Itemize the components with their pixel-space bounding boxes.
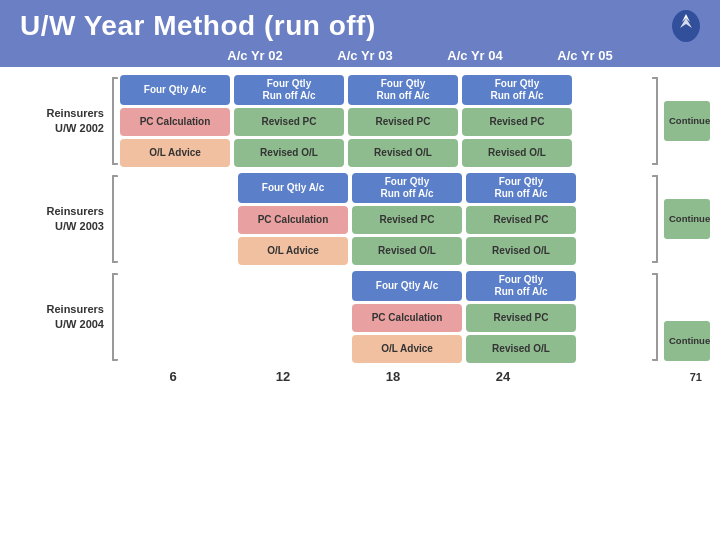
bracket-2002 [112, 77, 118, 165]
spacer-2003-2 [120, 206, 234, 234]
bracket-2003-right [652, 175, 658, 263]
number-6: 6 [118, 369, 228, 384]
cell-2002-3-3: Revised O/L [462, 139, 572, 167]
row-2002-1: Four Qtly A/c Four QtlyRun off A/c Four … [120, 75, 650, 105]
spacer-2004-2 [120, 304, 348, 332]
row-2003-1: Four Qtly A/c Four QtlyRun off A/c Four … [120, 173, 650, 203]
continue-2002: Continue [660, 75, 710, 167]
year-02: A/c Yr 02 [200, 48, 310, 63]
cell-2002-3-1: Revised O/L [234, 139, 344, 167]
continue-2004-wrap: Continue [660, 271, 710, 363]
cell-2002-3-2: Revised O/L [348, 139, 458, 167]
row-2003-3: O/L Advice Revised O/L Revised O/L [120, 237, 650, 265]
group-label-2002: ReinsurersU/W 2002 [10, 75, 110, 167]
year-05: A/c Yr 05 [530, 48, 640, 63]
cell-2003-1-3: Four QtlyRun off A/c [466, 173, 576, 203]
cell-2002-1-1: Four QtlyRun off A/c [234, 75, 344, 105]
number-18: 18 [338, 369, 448, 384]
spacer-2004-1 [120, 271, 348, 301]
group-2003: ReinsurersU/W 2003 Four Qtly A/c Four Qt… [10, 173, 710, 265]
cell-2002-3-0: O/L Advice [120, 139, 230, 167]
cell-2003-3-1: O/L Advice [238, 237, 348, 265]
spacer-2004-3 [120, 335, 348, 363]
header: U/W Year Method (run off) [0, 0, 720, 48]
rows-2004: Four Qtly A/c Four QtlyRun off A/c PC Ca… [120, 271, 650, 363]
number-24: 24 [448, 369, 558, 384]
spacer-2003-1 [120, 173, 234, 203]
logo [668, 8, 704, 44]
page-number: 71 [690, 371, 702, 383]
bracket-2004 [112, 273, 118, 361]
cell-2004-1-2: Four Qtly A/c [352, 271, 462, 301]
spacer-2003-3 [120, 237, 234, 265]
number-12: 12 [228, 369, 338, 384]
group-label-2004: ReinsurersU/W 2004 [10, 271, 110, 363]
cell-2003-1-2: Four QtlyRun off A/c [352, 173, 462, 203]
cell-2002-2-1: Revised PC [234, 108, 344, 136]
cell-2004-2-2: PC Calculation [352, 304, 462, 332]
cell-2003-1-1: Four Qtly A/c [238, 173, 348, 203]
row-2003-2: PC Calculation Revised PC Revised PC [120, 206, 650, 234]
cell-2002-2-3: Revised PC [462, 108, 572, 136]
cell-2004-1-3: Four QtlyRun off A/c [466, 271, 576, 301]
row-2002-3: O/L Advice Revised O/L Revised O/L Revis… [120, 139, 650, 167]
rows-2002: Four Qtly A/c Four QtlyRun off A/c Four … [120, 75, 650, 167]
row-2004-1: Four Qtly A/c Four QtlyRun off A/c [120, 271, 650, 301]
cell-2002-2-0: PC Calculation [120, 108, 230, 136]
year-04: A/c Yr 04 [420, 48, 530, 63]
cell-2003-2-1: PC Calculation [238, 206, 348, 234]
page: U/W Year Method (run off) A/c Yr 02 A/c … [0, 0, 720, 540]
year-03: A/c Yr 03 [310, 48, 420, 63]
row-2004-2: PC Calculation Revised PC [120, 304, 650, 332]
cell-2003-3-2: Revised O/L [352, 237, 462, 265]
rows-2003: Four Qtly A/c Four QtlyRun off A/c Four … [120, 173, 650, 265]
cell-2002-1-2: Four QtlyRun off A/c [348, 75, 458, 105]
cell-2002-1-3: Four QtlyRun off A/c [462, 75, 572, 105]
continue-2004: Continue [664, 321, 710, 361]
row-2002-2: PC Calculation Revised PC Revised PC Rev… [120, 108, 650, 136]
group-2004: ReinsurersU/W 2004 Four Qtly A/c Four Qt… [10, 271, 710, 363]
cell-2004-3-3: Revised O/L [466, 335, 576, 363]
bracket-2004-right [652, 273, 658, 361]
numbers-row: 6 12 18 24 71 [10, 369, 710, 384]
cell-2002-2-2: Revised PC [348, 108, 458, 136]
bracket-2002-right [652, 77, 658, 165]
cell-2003-2-3: Revised PC [466, 206, 576, 234]
row-2004-3: O/L Advice Revised O/L [120, 335, 650, 363]
cell-2003-2-2: Revised PC [352, 206, 462, 234]
cell-2004-3-2: O/L Advice [352, 335, 462, 363]
cell-2002-1-0: Four Qtly A/c [120, 75, 230, 105]
cell-2003-3-3: Revised O/L [466, 237, 576, 265]
bracket-2003 [112, 175, 118, 263]
cell-2004-2-3: Revised PC [466, 304, 576, 332]
page-title: U/W Year Method (run off) [20, 10, 376, 41]
group-label-2003: ReinsurersU/W 2003 [10, 173, 110, 265]
group-2002: ReinsurersU/W 2002 Four Qtly A/c Four Qt… [10, 75, 710, 167]
continue-2003: Continue [660, 173, 710, 265]
